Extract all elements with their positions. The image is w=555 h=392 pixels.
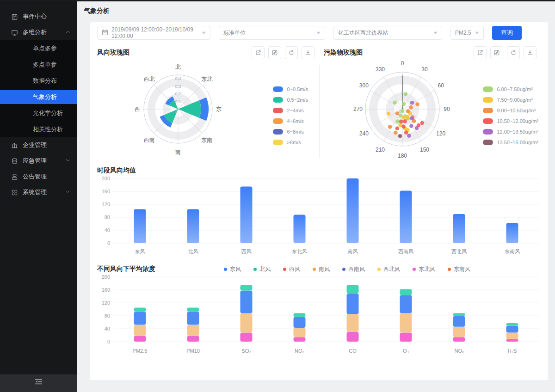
svg-text:270: 270: [353, 106, 363, 112]
open-in-new-button[interactable]: [252, 46, 265, 59]
pollutant-select[interactable]: PM2.5 ▼: [450, 26, 484, 40]
svg-text:0: 0: [107, 240, 110, 246]
legend-item[interactable]: 6~8m/s: [273, 126, 308, 137]
pollutant-rose-title: 污染物玫瑰图: [324, 49, 363, 57]
svg-text:160: 160: [102, 189, 110, 194]
date-range-value: 2019/09/09 12:00:00–2019/10/09 12:00:00: [111, 26, 198, 39]
svg-text:东: 东: [216, 106, 222, 112]
legend-label: 6~8m/s: [287, 129, 303, 135]
sidebar-item-11[interactable]: 系统管理: [0, 184, 77, 200]
legend-item[interactable]: 2~4m/s: [273, 105, 308, 116]
svg-text:330: 330: [376, 66, 385, 73]
legend-label: 南风: [319, 265, 330, 273]
unit-select[interactable]: 标准单位 ▼: [219, 26, 325, 40]
legend-label: 东南风: [454, 265, 470, 273]
legend-item[interactable]: 10.50~12.00ug/m³: [483, 116, 538, 126]
sidebar-item-6[interactable]: 光化学分析: [0, 105, 77, 121]
svg-text:西北: 西北: [144, 76, 155, 82]
pollutant-rose-section: 污染物玫瑰图 030609012015018021024027030033001…: [319, 44, 541, 161]
station-select[interactable]: 化工功区西北边界站 ▼: [333, 26, 442, 40]
monitor-icon: [11, 29, 18, 36]
svg-text:30: 30: [421, 66, 428, 73]
svg-text:120: 120: [102, 202, 110, 207]
svg-text:西南风: 西南风: [398, 249, 413, 254]
legend-item[interactable]: >8m/s: [273, 137, 308, 147]
svg-text:SO₂: SO₂: [241, 348, 251, 354]
legend-item[interactable]: 北风: [253, 265, 271, 273]
sidebar-item-label: 企业管理: [23, 141, 47, 149]
refresh-icon: [288, 49, 295, 56]
svg-text:200: 200: [102, 274, 110, 280]
query-button[interactable]: 查询: [492, 26, 522, 40]
legend-item[interactable]: 东北风: [413, 265, 435, 273]
legend-item[interactable]: 西南风: [342, 265, 365, 273]
legend-item[interactable]: 12.00~13.50ug/m³: [483, 126, 538, 137]
legend-item[interactable]: 南风: [313, 265, 330, 273]
database-icon: [11, 158, 18, 165]
legend-item[interactable]: 东风: [224, 265, 241, 273]
svg-text:120: 120: [436, 130, 445, 137]
download-icon: [527, 49, 533, 56]
refresh-button[interactable]: [285, 46, 298, 59]
legend-item[interactable]: 西风: [283, 265, 300, 273]
download-button[interactable]: [302, 46, 314, 59]
date-range-picker[interactable]: 2019/09/09 12:00:00–2019/10/09 12:00:00 …: [97, 26, 210, 40]
sidebar-item-0[interactable]: 事件中心: [0, 9, 77, 24]
svg-text:180: 180: [398, 153, 407, 159]
rose-charts-row: 风向玫瑰图 北东北东东南南西南西西北00.10.20.30.4 0~0.5m/s…: [97, 44, 541, 161]
sidebar-item-3[interactable]: 多点单参: [0, 56, 77, 73]
legend-label: 6.00~7.50ug/m³: [497, 86, 532, 92]
legend-item[interactable]: 0~0.5m/s: [273, 84, 308, 94]
legend-item[interactable]: 9.00~10.50ug/m³: [483, 105, 538, 116]
legend-dot: [313, 268, 316, 271]
legend-label: 13.50~15.00ug/m³: [497, 140, 538, 145]
edit-button[interactable]: [268, 46, 281, 59]
open-in-new-button[interactable]: [474, 46, 487, 59]
legend-item[interactable]: 0.5~2m/s: [273, 94, 308, 105]
svg-text:240: 240: [359, 130, 369, 137]
legend-label: 2~4m/s: [287, 108, 303, 113]
svg-text:200: 200: [102, 176, 110, 181]
sidebar-item-5-active[interactable]: 气象分析: [0, 90, 77, 104]
caret-down-icon: ▼: [474, 31, 480, 35]
svg-text:NO₂: NO₂: [295, 348, 304, 354]
sidebar-item-1[interactable]: 多维分析: [0, 24, 77, 40]
download-button[interactable]: [524, 46, 536, 59]
svg-text:80: 80: [105, 313, 110, 318]
stacked-chart-header: 不同风向下平均浓度 东风北风西风南风西南风西北风东北风东南风: [97, 265, 541, 273]
svg-text:南: 南: [175, 149, 181, 155]
main-content: 气象分析 2019/09/09 12:00:00–2019/10/09 12:0…: [77, 1, 555, 392]
sidebar: 事件中心多维分析单点多参多点单参数据分布气象分析光化学分析相关性分析企业管理应急…: [0, 0, 77, 392]
calendar-icon: [102, 29, 108, 37]
edit-button[interactable]: [490, 46, 503, 59]
legend-item[interactable]: 13.50~15.00ug/m³: [483, 137, 538, 147]
chevron-up-icon: [66, 31, 70, 35]
refresh-button[interactable]: [507, 46, 520, 59]
legend-label: 0~0.5m/s: [287, 86, 308, 92]
svg-text:40: 40: [105, 326, 110, 331]
legend-dot: [448, 268, 451, 271]
svg-text:0: 0: [401, 61, 404, 67]
sidebar-item-8[interactable]: 企业管理: [0, 137, 77, 153]
svg-text:150: 150: [420, 147, 429, 153]
legend-item[interactable]: 6.00~7.50ug/m³: [483, 84, 538, 94]
svg-text:210: 210: [376, 147, 385, 153]
sidebar-item-4[interactable]: 数据分布: [0, 73, 77, 89]
legend-item[interactable]: 7.50~9.00ug/m³: [483, 94, 538, 105]
sidebar-item-7[interactable]: 相关性分析: [0, 121, 77, 137]
stacked-chart-legend: 东风北风西风南风西南风西北风东北风东南风: [224, 265, 470, 273]
legend-swatch: [273, 140, 283, 145]
svg-text:60: 60: [438, 82, 444, 89]
legend-dot: [377, 268, 381, 271]
sidebar-item-2[interactable]: 单点多参: [0, 40, 77, 56]
sidebar-item-10[interactable]: 公告管理: [0, 169, 77, 184]
svg-text:300: 300: [359, 82, 369, 89]
edit-icon: [271, 49, 278, 56]
legend-item[interactable]: 4~6m/s: [273, 116, 308, 126]
svg-text:东南: 东南: [201, 137, 212, 143]
legend-item[interactable]: 西北风: [377, 265, 400, 273]
sidebar-item-9[interactable]: 应急管理: [0, 153, 77, 169]
svg-text:北风: 北风: [188, 249, 198, 254]
sidebar-collapse-button[interactable]: [0, 374, 77, 392]
legend-item[interactable]: 东南风: [448, 265, 470, 273]
